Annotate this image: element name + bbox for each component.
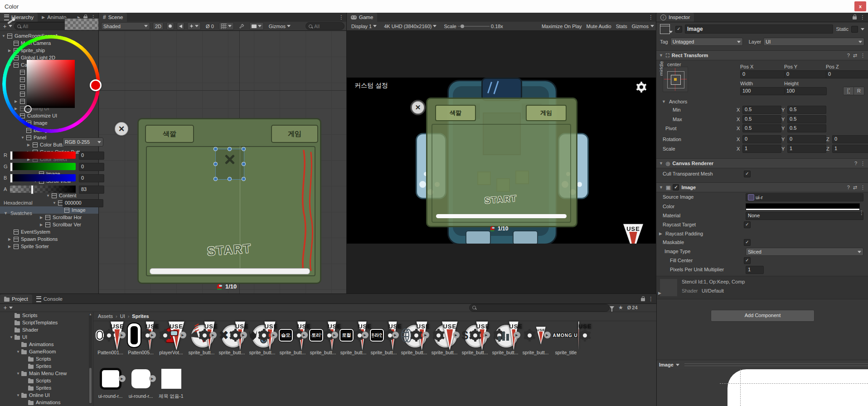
project-folder-item[interactable]: ▼ Online UI — [0, 391, 93, 399]
resize-handle[interactable] — [242, 177, 245, 181]
static-checkbox[interactable] — [851, 26, 858, 33]
resize-handle[interactable] — [214, 162, 217, 166]
lock-icon[interactable] — [853, 16, 857, 20]
asset-thumbnail[interactable]: USE ▶ — [128, 322, 154, 348]
resize-handle[interactable] — [214, 147, 217, 151]
game-tab-button[interactable]: 게임 — [271, 125, 318, 143]
expand-subassets-button[interactable]: ▶ — [392, 332, 399, 338]
rotation-x-field[interactable]: 0 — [742, 135, 781, 143]
search-filter-icon[interactable] — [610, 306, 614, 309]
b-value-field[interactable]: 0 — [79, 174, 104, 182]
asset-thumbnail[interactable]: USE ▶ — [401, 322, 427, 348]
fold-arrow-icon[interactable]: ▼ — [10, 335, 15, 339]
hierarchy-item[interactable]: ▶ Scrollbar Ver — [0, 221, 99, 228]
static-chevron[interactable] — [861, 28, 864, 30]
project-asset[interactable]: ▶ ui-round-r... — [95, 366, 126, 400]
breadcrumb-ui[interactable]: UI — [120, 313, 125, 319]
expand-subassets-button[interactable]: ▶ — [544, 332, 551, 338]
r-slider[interactable] — [10, 152, 76, 159]
sv-selector[interactable] — [24, 105, 32, 113]
resize-handle[interactable] — [228, 177, 231, 181]
color-window-titlebar[interactable]: Color — [0, 0, 868, 13]
swatches-foldout[interactable]: Swatches — [10, 210, 32, 216]
expand-subassets-button[interactable]: ▶ — [514, 332, 520, 338]
presets-icon[interactable]: ⇄ — [853, 185, 857, 191]
project-asset[interactable]: 온라인 USE ▶ sprite_butt... — [369, 322, 399, 355]
rotation-y-field[interactable]: 0 — [787, 135, 826, 143]
raw-edit-button[interactable]: R — [853, 87, 864, 95]
drag-handle-lines[interactable] — [684, 363, 868, 366]
image-component-header[interactable]: ▼▣ ✓ Image ?⇄⋮ — [656, 182, 868, 192]
anchors-foldout[interactable]: Anchors — [669, 99, 687, 104]
project-asset[interactable]: ▶ ui-round-r... — [126, 366, 156, 400]
scene-search-input[interactable] — [314, 24, 341, 29]
gameobject-name-field[interactable]: Image — [685, 24, 833, 34]
scene-viewport[interactable]: 색깔 게임 START ✕ — [99, 31, 347, 294]
project-asset[interactable]: AMONG U USE ▶ sprite_title — [551, 322, 581, 355]
project-asset[interactable]: ▶ 제목 없음-1 — [156, 366, 186, 400]
fold-arrow-icon[interactable]: ▶ — [8, 245, 14, 249]
rect-transform-header[interactable]: ▼ ⛶ Rect Transform ?⇄⋮ — [656, 50, 868, 60]
help-icon[interactable]: ? — [854, 161, 857, 166]
fold-arrow-icon[interactable]: ▶ — [40, 215, 45, 220]
scrollbar-horizontal[interactable] — [436, 214, 567, 218]
canvas-renderer-header[interactable]: ▼◎ Canvas Renderer ?⋮ — [656, 158, 868, 168]
project-asset[interactable]: USE ▶ playerVot... — [156, 322, 186, 355]
fold-arrow-icon[interactable]: ▼ — [16, 372, 21, 376]
panel-menu-icon[interactable]: ⋮ — [860, 14, 865, 20]
expand-subassets-button[interactable]: ▶ — [483, 332, 490, 338]
raycast-target-checkbox[interactable]: ✓ — [744, 221, 751, 228]
help-icon[interactable]: ? — [847, 185, 850, 191]
project-folder-item[interactable]: Animations — [0, 341, 93, 348]
camera-settings-dropdown[interactable] — [249, 22, 264, 30]
pivot-y-field[interactable]: 0.5 — [787, 124, 826, 132]
scene-search[interactable] — [305, 22, 344, 30]
preview-pane-header[interactable]: Image — [656, 360, 868, 370]
fold-arrow-icon[interactable]: ▶ — [8, 49, 14, 53]
gizmos-dropdown[interactable]: Gizmos — [267, 22, 293, 30]
maximize-on-play-toggle[interactable]: Maximize On Play — [542, 24, 582, 29]
project-search[interactable] — [469, 304, 610, 312]
shader-foldout-arrow[interactable]: ▶ — [658, 291, 663, 295]
asset-thumbnail[interactable]: USE ▶ — [97, 322, 124, 348]
close-panel-button[interactable]: ✕ — [410, 100, 426, 115]
project-asset[interactable]: USE ▶ sprite_butt... — [490, 322, 520, 355]
r-value-field[interactable]: 0 — [79, 152, 104, 160]
scale-slider[interactable] — [458, 26, 490, 27]
project-asset[interactable]: USE ▶ Patten001... — [95, 322, 126, 355]
b-slider[interactable] — [10, 174, 76, 181]
pos-y-field[interactable]: 0 — [784, 70, 827, 78]
asset-thumbnail[interactable]: USE ▶ — [249, 322, 276, 348]
resize-handle[interactable] — [214, 177, 217, 181]
expand-subassets-button[interactable]: ▶ — [301, 332, 308, 338]
asset-thumbnail[interactable]: 튜토리얼 USE ▶ — [310, 322, 336, 348]
project-folder-item[interactable]: ▼ UI — [0, 333, 93, 341]
project-asset[interactable]: USE ▶ sprite_butt... — [520, 322, 551, 355]
expand-subassets-button[interactable]: ▶ — [271, 332, 277, 338]
project-folder-item[interactable]: Scripts — [0, 312, 93, 319]
g-slider[interactable] — [10, 163, 76, 170]
draw-mode-dropdown[interactable]: Shaded — [101, 22, 150, 30]
a-slider[interactable] — [10, 186, 76, 193]
anchor-max-y-field[interactable]: 0.5 — [787, 115, 826, 123]
anchor-max-x-field[interactable]: 0.5 — [742, 115, 781, 123]
hierarchy-item[interactable]: EventSystem — [0, 228, 99, 235]
fold-arrow-icon[interactable]: ▼ — [16, 350, 21, 354]
scale-x-field[interactable]: 1 — [742, 145, 781, 153]
cull-transparent-mesh-checkbox[interactable]: ✓ — [744, 171, 751, 177]
expand-subassets-button[interactable]: ▶ — [149, 332, 156, 338]
pivot-x-field[interactable]: 0.5 — [742, 124, 781, 132]
fold-arrow-icon[interactable]: ▼ — [53, 201, 58, 205]
project-asset[interactable]: 로컬 USE ▶ sprite_butt... — [338, 322, 369, 355]
close-window-button[interactable]: x — [854, 1, 866, 11]
create-asset-button[interactable]: ＋ — [2, 303, 13, 312]
resize-handle[interactable] — [242, 147, 245, 151]
tag-dropdown[interactable]: Untagged — [670, 38, 743, 46]
resize-handle[interactable] — [228, 147, 231, 151]
expand-subassets-button[interactable]: ▶ — [119, 375, 126, 382]
hue-selector[interactable] — [90, 79, 102, 91]
stats-toggle[interactable]: Stats — [616, 24, 627, 29]
project-folder-item[interactable]: ▼ GameRoom — [0, 348, 93, 355]
expand-subassets-button[interactable]: ▶ — [149, 375, 156, 382]
slider-thumb[interactable] — [461, 24, 464, 28]
